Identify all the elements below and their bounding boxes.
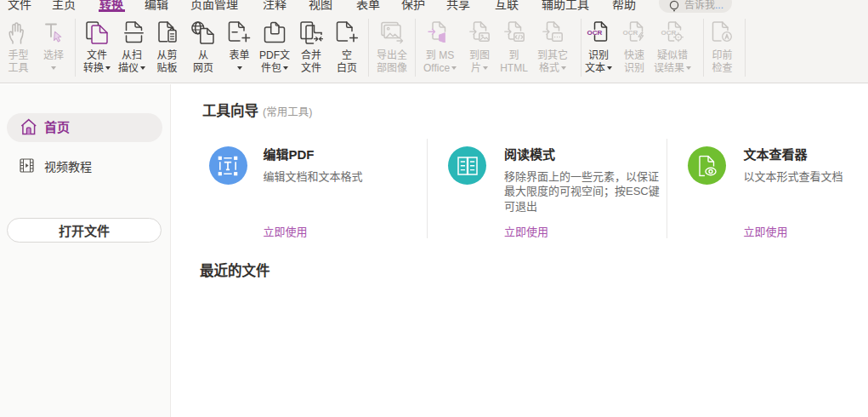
svg-text:OCR: OCR xyxy=(587,29,602,37)
svg-text:OCR: OCR xyxy=(661,29,676,37)
svg-text:OCR: OCR xyxy=(622,29,638,37)
